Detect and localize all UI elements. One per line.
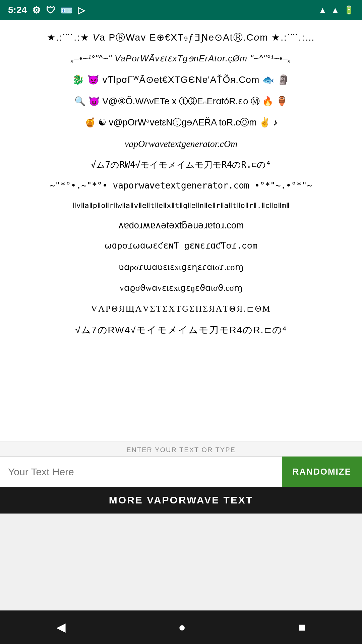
vaporwave-line-10: moc.ɹotɐɹǝuǝƃtxǝtǝʌɐʍɹodɐʌ <box>3 215 359 236</box>
more-vaporwave-button[interactable]: MORE VAPORWAVE TEXT <box>0 487 362 514</box>
main-content: ★.:´¨`.:★ Va PⓇWav E⊕€XT₉ƒƎƝe⊙AtⓇ.Com ★.… <box>0 20 362 441</box>
input-row: RANDOMIZE <box>0 457 362 487</box>
randomize-button[interactable]: RANDOMIZE <box>282 457 362 487</box>
shield-icon: 🛡 <box>46 5 55 16</box>
nav-home-button[interactable]: ● <box>165 617 199 638</box>
vaporwave-line-4: 🔍 😈 V@⑨Õ.WAvETe x ⓣⓖEₙErɑtóR.ɛo Ⓜ 🔥 🏺 <box>3 91 359 112</box>
battery-icon: 🔋 <box>344 5 354 15</box>
status-bar: 5:24 ⚙ 🛡 🪪 ▷ ▲ ▲ 🔋 <box>0 0 362 20</box>
vaporwave-line-8: ~"*°•.~"*°• vaporwavetextgenerator.com •… <box>3 175 359 196</box>
status-bar-left: 5:24 ⚙ 🛡 🪪 ▷ <box>8 5 85 16</box>
play-icon: ▷ <box>78 5 85 16</box>
vaporwave-line-1: ★.:´¨`.:★ Va PⓇWav E⊕€XT₉ƒƎƝe⊙AtⓇ.Com ★.… <box>3 27 359 48</box>
vaporwave-line-3: 🐉 😈 vƬlpσΓᵂÃ⊙et€XTGЄΝe'AŤÕя.Com 🐟 🗿 <box>3 69 359 91</box>
vaporwave-line-7: √ム7のRW4√モイモメイムモ刀モR4のR.⊏の⁴ <box>3 155 359 175</box>
status-bar-right: ▲ ▲ 🔋 <box>318 5 354 15</box>
nav-bar: ◀ ● ■ <box>0 610 362 644</box>
vaporwave-line-12: ʋɑρσɾɯɑʋɛtɛxtɡɛɳɛɾɑtσɾ.cσɱ <box>3 257 359 278</box>
vaporwave-line-15: √ム7のRW4√モイモメイムモ刀モR4のR.⊏の⁴ <box>3 319 359 341</box>
text-input[interactable] <box>0 457 282 487</box>
vaporwave-line-2: „–•~¹°"^~" VaPorWÃvɛtɛxTgɘnErAtor.çØm "~… <box>3 48 359 69</box>
gear-icon: ⚙ <box>32 5 41 16</box>
sim-icon: 🪪 <box>61 5 72 16</box>
nav-back-button[interactable]: ◀ <box>43 617 79 638</box>
vaporwave-line-11: ѡɑpσɾѡɑѡɛƈɛɴƬ gɛɴɛɾɑƈƬσɾ.çσm <box>3 236 359 257</box>
bottom-space <box>0 514 362 610</box>
signal-icon: ▲ <box>331 5 339 15</box>
nav-recent-button[interactable]: ■ <box>285 617 319 638</box>
vaporwave-line-5: 🍯 ☯ v@pOrWᵃvetεNⓣgɘΛEŘA toR.cⓄm ✌ ♪ <box>3 112 359 133</box>
vaporwave-line-9: ǁvǁaǁpǁoǁrǁwǁaǁvǁeǁtǁeǁxǁtǁgǁeǁnǁeǁrǁaǁt… <box>3 196 359 215</box>
status-time: 5:24 <box>8 5 27 15</box>
wifi-icon: ▲ <box>318 5 326 15</box>
vaporwave-line-6: vapOrwavetextgenerator.cOm <box>3 133 359 155</box>
input-section: ENTER YOUR TEXT OR TYPE RANDOMIZE MORE V… <box>0 441 362 514</box>
vaporwave-line-13: vɑϱσϑwɑvɛtɛxtɡɛŋɛϑɑtσϑ.cσɱ <box>3 278 359 299</box>
input-label: ENTER YOUR TEXT OR TYPE <box>0 441 362 457</box>
vaporwave-line-14: VΛPΘЯЩΛVΣTΣXTGΣΠΣЯΛTΘЯ.⊏ΘM <box>3 299 359 319</box>
